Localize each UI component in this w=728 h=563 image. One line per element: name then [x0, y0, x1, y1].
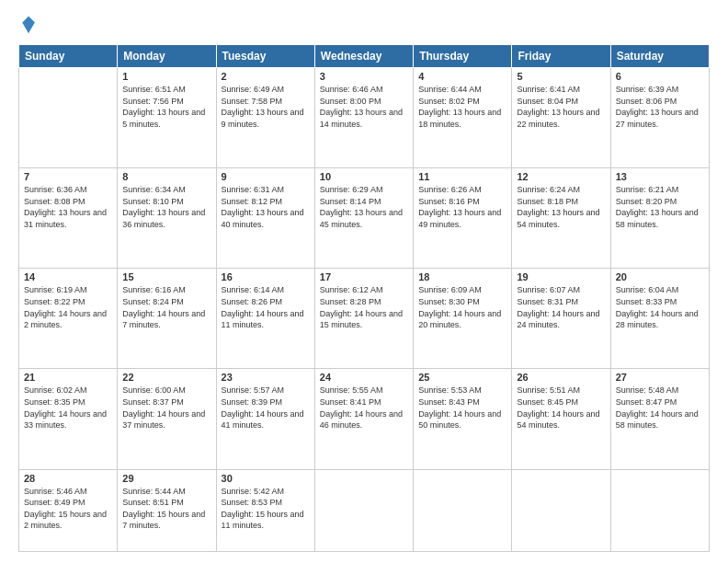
- weekday-header-monday: Monday: [118, 45, 216, 68]
- day-info: Sunrise: 6:49 AMSunset: 7:58 PMDaylight:…: [222, 84, 310, 130]
- header: [18, 15, 710, 35]
- calendar-cell: 22Sunrise: 6:00 AMSunset: 8:37 PMDayligh…: [118, 369, 216, 469]
- weekday-header-thursday: Thursday: [414, 45, 512, 68]
- day-info: Sunrise: 6:02 AMSunset: 8:35 PMDaylight:…: [24, 385, 112, 431]
- day-number: 12: [517, 171, 605, 182]
- calendar-cell: 2Sunrise: 6:49 AMSunset: 7:58 PMDaylight…: [216, 68, 314, 168]
- calendar-cell: 24Sunrise: 5:55 AMSunset: 8:41 PMDayligh…: [314, 369, 413, 469]
- calendar-week-row: 21Sunrise: 6:02 AMSunset: 8:35 PMDayligh…: [19, 369, 710, 469]
- day-number: 25: [418, 372, 506, 383]
- calendar-week-row: 7Sunrise: 6:36 AMSunset: 8:08 PMDaylight…: [19, 168, 710, 269]
- day-number: 23: [222, 372, 310, 383]
- day-info: Sunrise: 6:34 AMSunset: 8:10 PMDaylight:…: [122, 184, 210, 230]
- day-number: 11: [418, 171, 506, 182]
- weekday-header-row: SundayMondayTuesdayWednesdayThursdayFrid…: [19, 45, 710, 68]
- day-number: 17: [320, 271, 408, 282]
- day-number: 22: [122, 372, 210, 383]
- day-info: Sunrise: 6:26 AMSunset: 8:16 PMDaylight:…: [418, 184, 506, 230]
- svg-marker-0: [22, 17, 35, 34]
- day-number: 24: [320, 372, 408, 383]
- day-number: 3: [320, 71, 408, 82]
- day-info: Sunrise: 6:29 AMSunset: 8:14 PMDaylight:…: [320, 184, 408, 230]
- day-number: 26: [517, 372, 605, 383]
- calendar-cell: 14Sunrise: 6:19 AMSunset: 8:22 PMDayligh…: [19, 269, 118, 369]
- day-info: Sunrise: 6:07 AMSunset: 8:31 PMDaylight:…: [517, 284, 605, 330]
- day-info: Sunrise: 5:55 AMSunset: 8:41 PMDaylight:…: [320, 385, 408, 431]
- calendar-cell: 1Sunrise: 6:51 AMSunset: 7:56 PMDaylight…: [118, 68, 216, 168]
- calendar-cell: 18Sunrise: 6:09 AMSunset: 8:30 PMDayligh…: [414, 269, 512, 369]
- calendar-week-row: 1Sunrise: 6:51 AMSunset: 7:56 PMDaylight…: [19, 68, 710, 168]
- day-number: 30: [222, 473, 310, 484]
- day-number: 21: [24, 372, 112, 383]
- day-info: Sunrise: 5:48 AMSunset: 8:47 PMDaylight:…: [616, 385, 704, 431]
- weekday-header-sunday: Sunday: [19, 45, 118, 68]
- day-info: Sunrise: 6:14 AMSunset: 8:26 PMDaylight:…: [222, 284, 310, 330]
- calendar-week-row: 28Sunrise: 5:46 AMSunset: 8:49 PMDayligh…: [19, 469, 710, 551]
- weekday-header-tuesday: Tuesday: [216, 45, 314, 68]
- day-number: 19: [517, 271, 605, 282]
- calendar-cell: [610, 469, 709, 551]
- day-number: 4: [418, 71, 506, 82]
- day-info: Sunrise: 5:51 AMSunset: 8:45 PMDaylight:…: [517, 385, 605, 431]
- calendar-cell: 27Sunrise: 5:48 AMSunset: 8:47 PMDayligh…: [610, 369, 709, 469]
- day-info: Sunrise: 6:46 AMSunset: 8:00 PMDaylight:…: [320, 84, 408, 130]
- day-info: Sunrise: 6:16 AMSunset: 8:24 PMDaylight:…: [122, 284, 210, 330]
- calendar-cell: 30Sunrise: 5:42 AMSunset: 8:53 PMDayligh…: [216, 469, 314, 551]
- page: SundayMondayTuesdayWednesdayThursdayFrid…: [0, 0, 728, 563]
- day-info: Sunrise: 5:53 AMSunset: 8:43 PMDaylight:…: [418, 385, 506, 431]
- day-info: Sunrise: 6:00 AMSunset: 8:37 PMDaylight:…: [122, 385, 210, 431]
- day-info: Sunrise: 6:44 AMSunset: 8:02 PMDaylight:…: [418, 84, 506, 130]
- day-number: 29: [122, 473, 210, 484]
- calendar-cell: 20Sunrise: 6:04 AMSunset: 8:33 PMDayligh…: [610, 269, 709, 369]
- calendar-cell: 29Sunrise: 5:44 AMSunset: 8:51 PMDayligh…: [118, 469, 216, 551]
- calendar-cell: 17Sunrise: 6:12 AMSunset: 8:28 PMDayligh…: [314, 269, 413, 369]
- day-number: 28: [24, 473, 112, 484]
- calendar-cell: [414, 469, 512, 551]
- day-number: 1: [122, 71, 210, 82]
- calendar-cell: 9Sunrise: 6:31 AMSunset: 8:12 PMDaylight…: [216, 168, 314, 269]
- day-info: Sunrise: 6:41 AMSunset: 8:04 PMDaylight:…: [517, 84, 605, 130]
- day-number: 8: [122, 171, 210, 182]
- calendar-cell: 15Sunrise: 6:16 AMSunset: 8:24 PMDayligh…: [118, 269, 216, 369]
- calendar-cell: [512, 469, 610, 551]
- calendar-cell: 11Sunrise: 6:26 AMSunset: 8:16 PMDayligh…: [414, 168, 512, 269]
- calendar-cell: 5Sunrise: 6:41 AMSunset: 8:04 PMDaylight…: [512, 68, 610, 168]
- day-info: Sunrise: 6:36 AMSunset: 8:08 PMDaylight:…: [24, 184, 112, 230]
- calendar-cell: 7Sunrise: 6:36 AMSunset: 8:08 PMDaylight…: [19, 168, 118, 269]
- day-number: 9: [222, 171, 310, 182]
- calendar-body: 1Sunrise: 6:51 AMSunset: 7:56 PMDaylight…: [19, 68, 710, 552]
- day-info: Sunrise: 5:46 AMSunset: 8:49 PMDaylight:…: [24, 486, 112, 532]
- day-number: 15: [122, 271, 210, 282]
- calendar-cell: [314, 469, 413, 551]
- calendar-cell: 19Sunrise: 6:07 AMSunset: 8:31 PMDayligh…: [512, 269, 610, 369]
- day-info: Sunrise: 6:04 AMSunset: 8:33 PMDaylight:…: [616, 284, 704, 330]
- calendar-cell: 13Sunrise: 6:21 AMSunset: 8:20 PMDayligh…: [610, 168, 709, 269]
- day-info: Sunrise: 6:21 AMSunset: 8:20 PMDaylight:…: [616, 184, 704, 230]
- day-number: 14: [24, 271, 112, 282]
- logo: [18, 15, 39, 35]
- calendar-cell: 25Sunrise: 5:53 AMSunset: 8:43 PMDayligh…: [414, 369, 512, 469]
- calendar-cell: 28Sunrise: 5:46 AMSunset: 8:49 PMDayligh…: [19, 469, 118, 551]
- calendar-cell: 21Sunrise: 6:02 AMSunset: 8:35 PMDayligh…: [19, 369, 118, 469]
- day-info: Sunrise: 6:09 AMSunset: 8:30 PMDaylight:…: [418, 284, 506, 330]
- calendar-cell: [19, 68, 118, 168]
- calendar-cell: 10Sunrise: 6:29 AMSunset: 8:14 PMDayligh…: [314, 168, 413, 269]
- day-info: Sunrise: 6:31 AMSunset: 8:12 PMDaylight:…: [222, 184, 310, 230]
- day-info: Sunrise: 5:44 AMSunset: 8:51 PMDaylight:…: [122, 486, 210, 532]
- calendar-cell: 23Sunrise: 5:57 AMSunset: 8:39 PMDayligh…: [216, 369, 314, 469]
- day-number: 10: [320, 171, 408, 182]
- calendar-cell: 16Sunrise: 6:14 AMSunset: 8:26 PMDayligh…: [216, 269, 314, 369]
- weekday-header-friday: Friday: [512, 45, 610, 68]
- calendar-cell: 8Sunrise: 6:34 AMSunset: 8:10 PMDaylight…: [118, 168, 216, 269]
- calendar-cell: 4Sunrise: 6:44 AMSunset: 8:02 PMDaylight…: [414, 68, 512, 168]
- calendar-table: SundayMondayTuesdayWednesdayThursdayFrid…: [18, 44, 710, 552]
- day-info: Sunrise: 6:39 AMSunset: 8:06 PMDaylight:…: [616, 84, 704, 130]
- day-info: Sunrise: 5:42 AMSunset: 8:53 PMDaylight:…: [222, 486, 310, 532]
- day-info: Sunrise: 6:51 AMSunset: 7:56 PMDaylight:…: [122, 84, 210, 130]
- day-number: 5: [517, 71, 605, 82]
- day-info: Sunrise: 6:12 AMSunset: 8:28 PMDaylight:…: [320, 284, 408, 330]
- logo-icon: [20, 15, 37, 35]
- day-number: 13: [616, 171, 704, 182]
- day-number: 20: [616, 271, 704, 282]
- calendar-cell: 12Sunrise: 6:24 AMSunset: 8:18 PMDayligh…: [512, 168, 610, 269]
